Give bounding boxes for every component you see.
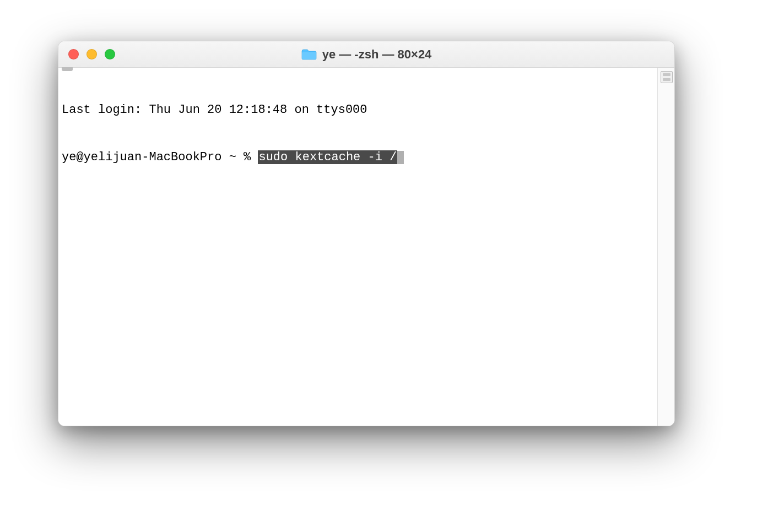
cursor — [397, 151, 404, 164]
terminal-content[interactable]: Last login: Thu Jun 20 12:18:48 on ttys0… — [58, 68, 657, 426]
shell-prompt: ye@yelijuan-MacBookPro ~ % — [62, 150, 258, 164]
minimize-button[interactable] — [86, 49, 97, 59]
entered-command[interactable]: sudo kextcache -i / — [258, 150, 397, 164]
tab-handle[interactable] — [62, 67, 73, 71]
traffic-lights — [68, 49, 115, 59]
svg-rect-0 — [302, 52, 316, 59]
window-title-text: ye — -zsh — 80×24 — [322, 47, 432, 62]
split-pane-icon[interactable] — [661, 71, 673, 83]
folder-icon — [301, 48, 317, 61]
prompt-line: ye@yelijuan-MacBookPro ~ % sudo kextcach… — [62, 150, 654, 166]
scrollbar[interactable] — [657, 68, 674, 426]
zoom-button[interactable] — [105, 49, 115, 59]
titlebar[interactable]: ye — -zsh — 80×24 — [58, 41, 674, 68]
terminal-body: Last login: Thu Jun 20 12:18:48 on ttys0… — [58, 68, 674, 426]
last-login-line: Last login: Thu Jun 20 12:18:48 on ttys0… — [62, 102, 654, 118]
terminal-window[interactable]: ye — -zsh — 80×24 Last login: Thu Jun 20… — [58, 41, 675, 426]
close-button[interactable] — [68, 49, 79, 59]
window-title: ye — -zsh — 80×24 — [58, 47, 674, 62]
